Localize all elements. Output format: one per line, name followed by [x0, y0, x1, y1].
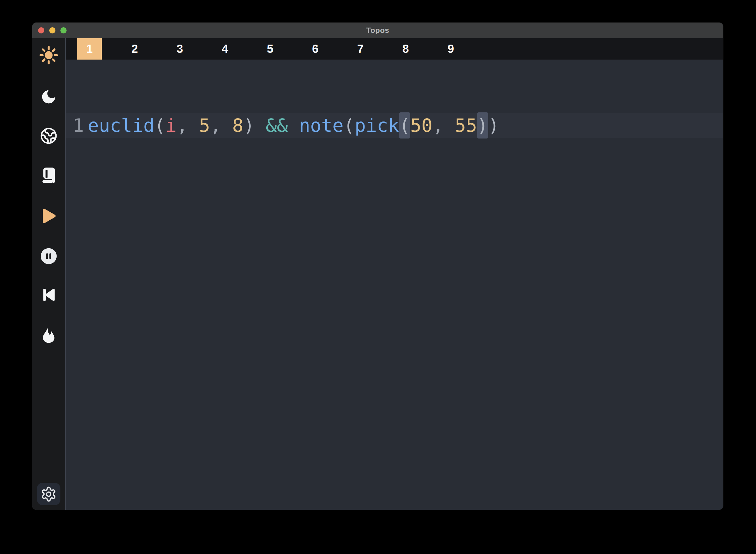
scene-tabbar: 123456789	[66, 38, 723, 60]
rewind-button[interactable]	[39, 285, 58, 304]
code-token: 8	[232, 115, 243, 136]
window-title: Topos	[32, 22, 723, 38]
flame-button[interactable]	[39, 326, 58, 345]
settings-button[interactable]	[37, 483, 60, 505]
globe-icon	[40, 127, 58, 145]
docs-button[interactable]	[39, 166, 58, 185]
code-token: ,	[210, 115, 232, 136]
code-token: &&	[266, 115, 288, 136]
main-panel: 123456789 1 euclid(i, 5, 8) && note(pick…	[65, 38, 723, 510]
tab-3[interactable]: 3	[157, 38, 202, 60]
code-token: pick	[355, 115, 399, 136]
globe-button[interactable]	[39, 126, 58, 146]
zoom-button[interactable]	[60, 27, 67, 34]
gear-icon	[41, 486, 57, 502]
code-token: )	[243, 115, 255, 136]
code-token: )	[488, 115, 499, 136]
play-button[interactable]	[39, 206, 58, 226]
sun-icon	[39, 46, 58, 65]
tab-4[interactable]: 4	[202, 38, 248, 60]
app-window: Topos	[32, 22, 723, 510]
code-token: i	[166, 115, 177, 136]
light-theme-button[interactable]	[39, 46, 58, 65]
sidebar	[32, 38, 65, 510]
code-token: (	[399, 112, 410, 138]
line-number: 1	[73, 113, 84, 138]
tab-2[interactable]: 2	[112, 38, 157, 60]
skip-back-icon	[41, 287, 57, 303]
tab-7[interactable]: 7	[338, 38, 383, 60]
code-token: ,	[433, 115, 455, 136]
code-token	[288, 115, 299, 136]
code-token: (	[154, 115, 166, 136]
book-icon	[40, 167, 58, 185]
code-text: euclid(i, 5, 8) && note(pick(50, 55))	[88, 113, 499, 138]
titlebar[interactable]: Topos	[32, 22, 723, 38]
code-token: 55	[455, 115, 477, 136]
traffic-lights	[32, 27, 67, 34]
code-token: )	[477, 112, 488, 138]
tab-6[interactable]: 6	[293, 38, 338, 60]
code-token: (	[343, 115, 355, 136]
tab-5[interactable]: 5	[248, 38, 293, 60]
moon-icon	[40, 88, 58, 106]
dark-theme-button[interactable]	[39, 87, 58, 107]
pause-circle-icon	[40, 247, 58, 265]
pause-button[interactable]	[39, 246, 58, 266]
code-token: note	[299, 115, 344, 136]
window-content: 123456789 1 euclid(i, 5, 8) && note(pick…	[32, 38, 723, 510]
code-line-active[interactable]: 1 euclid(i, 5, 8) && note(pick(50, 55))	[66, 113, 723, 138]
code-token: ,	[177, 115, 199, 136]
code-token: 5	[199, 115, 210, 136]
code-editor[interactable]: 1 euclid(i, 5, 8) && note(pick(50, 55))	[66, 60, 723, 510]
tab-1[interactable]: 1	[67, 38, 112, 60]
flame-icon	[40, 327, 57, 344]
minimize-button[interactable]	[49, 27, 55, 34]
play-icon	[40, 207, 58, 225]
tab-8[interactable]: 8	[383, 38, 428, 60]
code-token: euclid	[88, 115, 154, 136]
tab-9[interactable]: 9	[428, 38, 473, 60]
close-button[interactable]	[38, 27, 44, 34]
code-token: 50	[410, 115, 433, 136]
code-token	[255, 115, 266, 136]
